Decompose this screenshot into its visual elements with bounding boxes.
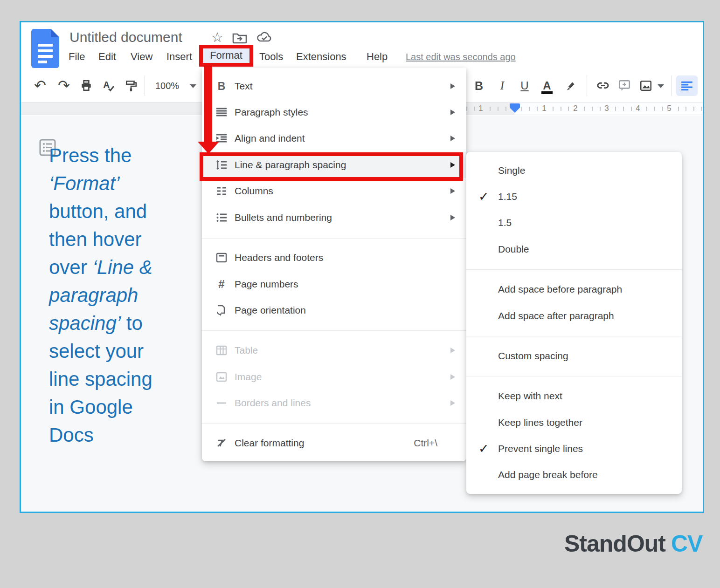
instruction-line: in Google	[49, 393, 198, 421]
document-title[interactable]: Untitled document	[69, 27, 182, 48]
menu-item-bullets-and-numbering[interactable]: Bullets and numbering	[202, 205, 466, 231]
menu-item-align-and-indent[interactable]: Align and indent	[202, 125, 466, 151]
instruction-line: Press the	[49, 142, 198, 170]
insert-image-icon[interactable]	[637, 77, 654, 94]
submenu-arrow-icon	[450, 136, 455, 141]
table-icon	[214, 337, 229, 363]
logo-text-cv: CV	[671, 531, 702, 557]
ruler-number: 1	[540, 103, 549, 115]
menu-separator	[202, 423, 466, 424]
submenu-item-keep-lines-together[interactable]: Keep lines together	[466, 410, 682, 436]
zoom-caret-icon[interactable]	[190, 84, 196, 88]
submenu-arrow-icon	[450, 374, 455, 380]
page-orientation-icon	[214, 297, 229, 323]
text-color-button[interactable]: A	[539, 77, 555, 94]
submenu-item-prevent-single-lines-checked[interactable]: ✓ Prevent single lines	[466, 436, 682, 462]
submenu-separator	[466, 336, 682, 336]
submenu-item-add-space-before[interactable]: Add space before paragraph	[466, 276, 682, 302]
paint-format-icon[interactable]	[123, 77, 139, 94]
bold-button[interactable]: B	[471, 77, 487, 94]
menubar-extensions[interactable]: Extensions	[296, 46, 346, 68]
indent-marker-icon[interactable]	[510, 103, 520, 108]
clear-formatting-icon	[214, 430, 229, 456]
bullets-and-numbering-icon	[214, 205, 229, 231]
bold-icon: B	[214, 73, 229, 99]
menu-item-headers-and-footers[interactable]: Headers and footers	[202, 245, 466, 271]
instruction-text: Press the‘Format’button, andthen hoverov…	[49, 142, 198, 449]
image-caret-icon[interactable]	[658, 84, 664, 88]
indent-marker-triangle-icon[interactable]	[510, 108, 520, 113]
instruction-line: ‘Format’	[49, 170, 198, 198]
highlight-color-icon[interactable]	[562, 77, 579, 94]
shortcut-label: Ctrl+\	[414, 430, 437, 456]
menubar-help[interactable]: Help	[367, 46, 388, 68]
submenu-item-1-15-checked[interactable]: ✓ 1.15	[466, 184, 682, 210]
standout-cv-logo: StandOutCV	[564, 530, 702, 557]
submenu-arrow-icon	[450, 215, 455, 220]
last-edit-link[interactable]: Last edit was seconds ago	[406, 46, 516, 68]
menu-item-paragraph-styles[interactable]: Paragraph styles	[202, 99, 466, 125]
add-comment-icon[interactable]	[616, 77, 633, 94]
insert-link-icon[interactable]	[595, 77, 611, 94]
menubar-insert[interactable]: Insert	[166, 46, 192, 68]
ruler-number: 5	[665, 103, 674, 115]
submenu-arrow-icon	[450, 83, 455, 89]
submenu-item-add-page-break-before[interactable]: Add page break before	[466, 462, 682, 488]
spellcheck-icon[interactable]: A	[100, 77, 117, 94]
line-spacing-submenu: Single ✓ 1.15 1.5 Double Add space befor…	[466, 152, 682, 494]
submenu-item-single[interactable]: Single	[466, 157, 682, 184]
menubar-view[interactable]: View	[131, 46, 152, 68]
star-icon[interactable]: ☆	[208, 28, 226, 47]
menu-item-text[interactable]: B Text	[202, 73, 466, 99]
redo-icon[interactable]: ↷	[55, 77, 72, 94]
text-color-letter: A	[543, 79, 551, 92]
ruler-number: 3	[602, 103, 611, 115]
google-docs-logo-icon	[30, 28, 60, 69]
print-icon[interactable]	[78, 77, 95, 94]
headers-and-footers-icon	[214, 245, 229, 271]
instruction-line: over ‘Line &	[49, 253, 198, 281]
underline-button[interactable]: U	[516, 77, 533, 94]
check-icon: ✓	[478, 436, 489, 462]
submenu-item-1-5[interactable]: 1.5	[466, 210, 682, 236]
annotation-highlight-box	[200, 152, 463, 181]
move-folder-icon[interactable]	[232, 28, 249, 47]
menu-item-page-numbers[interactable]: # Page numbers	[202, 271, 466, 297]
toolbar-divider	[672, 75, 672, 96]
instruction-line: button, and	[49, 198, 198, 226]
toolbar-divider	[587, 75, 587, 96]
menubar-file[interactable]: File	[69, 46, 85, 68]
svg-text:A: A	[103, 80, 110, 90]
submenu-item-keep-with-next[interactable]: Keep with next	[466, 383, 682, 409]
instruction-line: spacing’ to	[49, 309, 198, 337]
italic-button[interactable]: I	[494, 77, 511, 94]
instruction-line: line spacing	[49, 365, 198, 393]
borders-and-lines-icon	[214, 390, 229, 416]
paragraph-styles-icon	[214, 99, 229, 125]
submenu-arrow-icon	[450, 348, 455, 353]
instruction-line: then hover	[49, 226, 198, 253]
menu-item-clear-formatting[interactable]: Clear formatting Ctrl+\	[202, 430, 466, 456]
menu-item-page-orientation[interactable]: Page orientation	[202, 297, 466, 323]
submenu-arrow-icon	[450, 188, 455, 194]
ruler-margin-number: 1	[476, 103, 485, 115]
check-icon: ✓	[478, 184, 489, 210]
submenu-item-add-space-after[interactable]: Add space after paragraph	[466, 303, 682, 329]
align-left-button-selected[interactable]	[676, 75, 698, 96]
ruler-number: 4	[633, 103, 643, 115]
cloud-saved-icon[interactable]	[256, 28, 274, 47]
submenu-item-double[interactable]: Double	[466, 236, 682, 262]
undo-icon[interactable]: ↶	[32, 77, 48, 94]
menubar-format-highlighted[interactable]: Format	[199, 45, 253, 67]
submenu-item-custom-spacing[interactable]: Custom spacing	[466, 343, 682, 369]
format-menu: B Text Paragraph styles Align and indent…	[202, 68, 466, 461]
instruction-line: Docs	[49, 421, 198, 449]
google-docs-window: Untitled document ☆ File Edit View Inser…	[20, 21, 704, 513]
menu-separator	[202, 330, 466, 331]
menu-item-table-disabled: Table	[202, 337, 466, 363]
submenu-arrow-icon	[450, 400, 455, 406]
menubar-edit[interactable]: Edit	[98, 46, 116, 68]
menubar-tools[interactable]: Tools	[259, 46, 283, 68]
menu-item-columns[interactable]: Columns	[202, 178, 466, 204]
zoom-level[interactable]: 100%	[155, 77, 179, 94]
